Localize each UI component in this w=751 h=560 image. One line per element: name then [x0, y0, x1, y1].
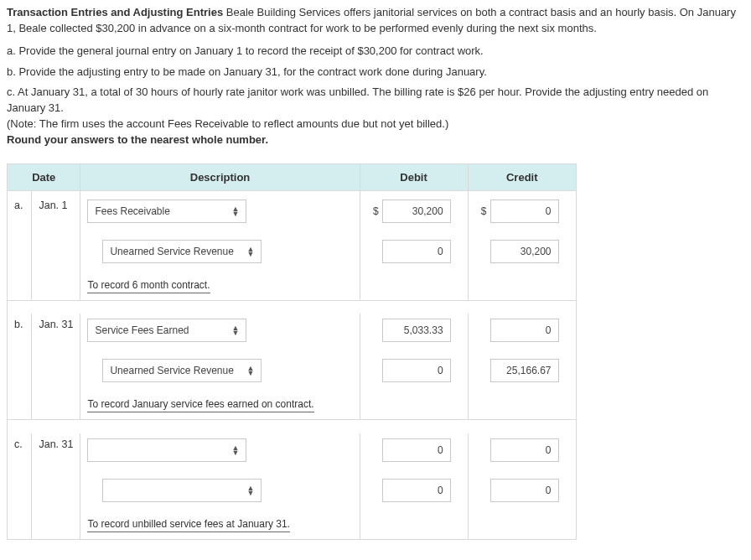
- round-instruction: Round your answers to the nearest whole …: [7, 133, 268, 146]
- select-arrows-icon: ▲▼: [247, 485, 255, 495]
- entry-c-line1-account-select[interactable]: ▲▼: [87, 438, 246, 462]
- question-a: a. Provide the general journal entry on …: [7, 44, 744, 60]
- entry-b-line1-credit-input[interactable]: [490, 319, 559, 342]
- select-arrows-icon: ▲▼: [232, 325, 240, 335]
- entry-b-line1-account-select[interactable]: Service Fees Earned ▲▼: [87, 319, 246, 342]
- entry-b-line2-credit-input[interactable]: [490, 359, 559, 382]
- entry-b-line1-account: Service Fees Earned: [95, 324, 189, 336]
- entry-c-line1-credit-input[interactable]: [490, 438, 559, 462]
- entry-b-line2-account-select[interactable]: Unearned Service Revenue ▲▼: [102, 359, 262, 382]
- entry-c-line2-credit-input[interactable]: [490, 479, 559, 502]
- header-description: Description: [80, 164, 360, 191]
- entry-a-line2-debit-input[interactable]: [382, 240, 451, 263]
- entry-c-date: Jan. 31: [32, 433, 80, 539]
- dollar-sign: $: [475, 205, 487, 217]
- entry-c-line2-debit-input[interactable]: [382, 479, 451, 502]
- select-arrows-icon: ▲▼: [247, 246, 255, 257]
- entry-c-line1-debit-input[interactable]: [382, 438, 451, 462]
- entry-a-line1-account: Fees Receivable: [95, 205, 169, 217]
- entry-a-letter: a.: [8, 190, 32, 300]
- header-date: Date: [8, 164, 80, 191]
- entry-a-line2-account-select[interactable]: Unearned Service Revenue ▲▼: [102, 240, 262, 263]
- intro-title: Transaction Entries and Adjusting Entrie…: [7, 6, 223, 18]
- dollar-sign: $: [367, 205, 379, 217]
- entry-b-date: Jan. 31: [32, 314, 80, 420]
- entry-a-line2-account: Unearned Service Revenue: [110, 246, 233, 257]
- entry-b-line1-debit-input[interactable]: [382, 319, 451, 342]
- journal-table: Date Description Debit Credit a. Jan. 1 …: [7, 163, 577, 540]
- entry-a-date: Jan. 1: [32, 190, 80, 300]
- entry-a-explanation[interactable]: To record 6 month contract.: [87, 277, 210, 293]
- entry-b-line2-account: Unearned Service Revenue: [110, 365, 233, 376]
- entry-a-line2-credit-input[interactable]: [490, 240, 559, 263]
- entry-a-line1-credit-input[interactable]: [490, 200, 559, 223]
- question-note: (Note: The firm uses the account Fees Re…: [7, 117, 448, 130]
- entry-b-letter: b.: [8, 314, 32, 420]
- entry-c-letter: c.: [8, 433, 32, 539]
- entry-c-line2-account-select[interactable]: ▲▼: [102, 479, 262, 502]
- entry-b-line2-debit-input[interactable]: [382, 359, 451, 382]
- entry-b-explanation[interactable]: To record January service fees earned on…: [87, 396, 313, 412]
- header-debit: Debit: [360, 164, 468, 191]
- select-arrows-icon: ▲▼: [247, 366, 255, 376]
- header-credit: Credit: [468, 164, 576, 191]
- entry-a-line1-debit-input[interactable]: [382, 200, 451, 223]
- entry-c-explanation[interactable]: To record unbilled service fees at Janua…: [87, 516, 289, 532]
- question-c: c. At January 31, a total of 30 hours of…: [7, 85, 744, 148]
- entry-a-line1-account-select[interactable]: Fees Receivable ▲▼: [87, 200, 246, 223]
- intro-paragraph: Transaction Entries and Adjusting Entrie…: [7, 5, 744, 37]
- select-arrows-icon: ▲▼: [232, 445, 240, 455]
- question-b: b. Provide the adjusting entry to be mad…: [7, 65, 744, 80]
- select-arrows-icon: ▲▼: [232, 206, 240, 216]
- question-c-text: c. At January 31, a total of 30 hours of…: [7, 86, 708, 114]
